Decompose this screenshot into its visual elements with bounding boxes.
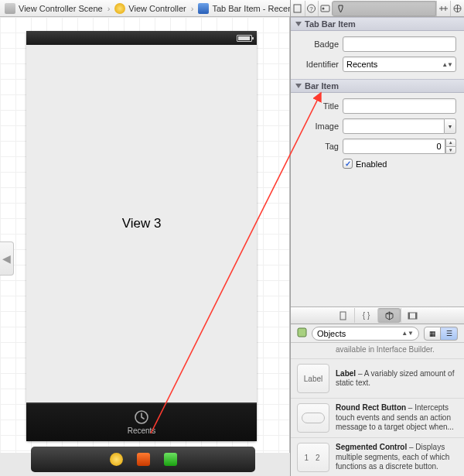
- svg-text:?: ?: [310, 5, 314, 12]
- first-responder-icon[interactable]: [137, 453, 150, 466]
- svg-rect-9: [408, 313, 410, 319]
- badge-label: Badge: [299, 39, 339, 49]
- updown-icon: ▲▼: [401, 330, 414, 337]
- label-thumb-icon: Label: [297, 364, 329, 393]
- breadcrumb-item[interactable]: Tab Bar Item - Recents: [196, 2, 301, 15]
- canvas-back-button[interactable]: ◀: [0, 241, 14, 276]
- svg-rect-11: [298, 328, 306, 337]
- library-list[interactable]: available in Interface Builder. Label La…: [291, 343, 464, 476]
- attributes-inspector-tab[interactable]: [332, 1, 436, 16]
- updown-icon: ▲▼: [442, 61, 452, 68]
- tab-bar-item-form: Badge Identifier Recents ▲▼: [291, 31, 464, 79]
- segmented-thumb-icon: 1 2: [297, 443, 329, 472]
- phone-preview: View 3 Recents: [26, 31, 257, 441]
- library-item-text: Segmented Control – Displays multiple se…: [336, 443, 458, 472]
- section-title: Tab Bar Item: [305, 19, 356, 29]
- breadcrumb-label: View Controller: [128, 4, 186, 13]
- media-library-tab[interactable]: [401, 308, 424, 323]
- library-item-button[interactable]: Round Rect Button – Intercepts touch eve…: [291, 399, 464, 438]
- enabled-checkbox[interactable]: ✓: [343, 159, 353, 169]
- breadcrumb-item[interactable]: View Controller: [113, 2, 187, 15]
- bar-item-form: Title Image ▼ Tag ▲▼ ✓ Enabled: [291, 93, 464, 176]
- library-header: Objects ▲▼ ▦ ☰: [291, 324, 464, 343]
- title-input[interactable]: [343, 98, 456, 114]
- tag-label: Tag: [299, 142, 339, 151]
- tab-label: Recents: [128, 426, 156, 435]
- button-thumb-icon: [297, 403, 329, 433]
- library-item-partial: available in Interface Builder.: [291, 343, 464, 359]
- combo-dropdown-button[interactable]: ▼: [445, 118, 456, 134]
- exit-icon[interactable]: [164, 453, 177, 466]
- list-view-button[interactable]: ☰: [441, 327, 458, 341]
- library-category-value: Objects: [317, 329, 346, 338]
- battery-icon: [237, 35, 252, 42]
- image-input[interactable]: [343, 118, 445, 134]
- code-snippet-library-tab[interactable]: { }: [354, 308, 377, 323]
- title-label: Title: [299, 101, 339, 111]
- enabled-label: Enabled: [356, 159, 387, 169]
- library-item-text: Label – A variably sized amount of stati…: [336, 369, 458, 389]
- grid-view-button[interactable]: ▦: [424, 327, 441, 341]
- library-view-toggle: ▦ ☰: [424, 327, 458, 341]
- library-item-desc: available in Interface Builder.: [336, 345, 435, 354]
- inspector-panel: ? Tab Bar Item Badge Identifier Recents …: [290, 0, 464, 476]
- connections-inspector-tab[interactable]: [450, 1, 464, 16]
- library-item-label[interactable]: Label Label – A variably sized amount of…: [291, 359, 464, 399]
- library-category-icon: [297, 327, 307, 339]
- step-up[interactable]: ▲: [445, 139, 456, 146]
- disclosure-triangle-icon: [295, 84, 302, 88]
- tag-input[interactable]: [343, 139, 445, 154]
- file-template-library-tab[interactable]: [331, 308, 354, 323]
- badge-input[interactable]: [343, 36, 456, 52]
- svg-rect-1: [294, 5, 301, 12]
- disclosure-triangle-icon: [295, 22, 302, 26]
- breadcrumb-label: Tab Bar Item - Recents: [212, 4, 299, 13]
- statusbar: [26, 31, 257, 45]
- tag-stepper[interactable]: ▲▼: [343, 139, 456, 154]
- identity-inspector-tab[interactable]: [318, 1, 332, 16]
- scene-dock: [31, 447, 255, 472]
- chevron-right-icon: ›: [107, 4, 111, 13]
- help-inspector-tab[interactable]: ?: [305, 1, 319, 16]
- library-item-text: Round Rect Button – Intercepts touch eve…: [336, 403, 458, 433]
- view-label: View 3: [122, 216, 162, 231]
- section-tab-bar-item[interactable]: Tab Bar Item: [291, 17, 464, 31]
- design-canvas[interactable]: ◀ View 3 Recents: [0, 17, 290, 453]
- library-tabs: { }: [291, 307, 464, 324]
- root-view[interactable]: View 3: [26, 45, 257, 402]
- inspector-tabs: ?: [291, 0, 464, 17]
- breadcrumb-item[interactable]: View Controller Scene: [3, 2, 104, 15]
- svg-rect-10: [415, 313, 417, 319]
- svg-rect-7: [340, 312, 346, 320]
- recents-icon: [134, 409, 149, 425]
- library-category-select[interactable]: Objects ▲▼: [312, 327, 419, 341]
- viewcontroller-icon: [114, 3, 125, 14]
- section-title: Bar Item: [305, 81, 339, 91]
- svg-point-5: [322, 7, 325, 9]
- viewcontroller-dock-icon[interactable]: [110, 453, 123, 466]
- scene-icon: [5, 3, 15, 14]
- inspector-spacer: [291, 176, 464, 307]
- image-combo[interactable]: ▼: [343, 118, 456, 134]
- identifier-label: Identifier: [299, 60, 339, 69]
- step-down[interactable]: ▼: [445, 146, 456, 155]
- identifier-select[interactable]: Recents ▲▼: [343, 57, 456, 72]
- chevron-right-icon: ›: [191, 4, 194, 13]
- breadcrumb-bar: View Controller Scene › View Controller …: [0, 0, 290, 17]
- tabbaritem-icon: [198, 3, 209, 14]
- file-inspector-tab[interactable]: [291, 1, 305, 16]
- library-item-segmented[interactable]: 1 2 Segmented Control – Displays multipl…: [291, 438, 464, 476]
- tab-bar[interactable]: Recents: [26, 402, 257, 441]
- object-library-tab[interactable]: [377, 308, 401, 323]
- section-bar-item[interactable]: Bar Item: [291, 79, 464, 93]
- size-inspector-tab[interactable]: [436, 1, 450, 16]
- identifier-value: Recents: [346, 60, 377, 69]
- image-label: Image: [299, 122, 339, 131]
- breadcrumb-label: View Controller Scene: [19, 4, 103, 13]
